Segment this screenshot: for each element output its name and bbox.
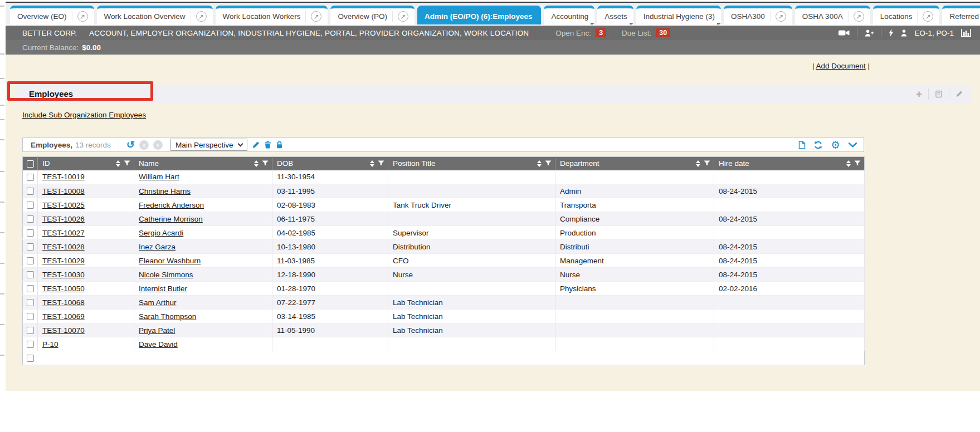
cell-id-link[interactable]: TEST-10019 — [42, 173, 85, 181]
person-icon[interactable] — [901, 30, 907, 37]
cell-id-link[interactable]: TEST-10008 — [42, 187, 85, 195]
cell-id-link[interactable]: TEST-10050 — [42, 284, 85, 293]
row-checkbox[interactable] — [27, 327, 34, 334]
tab-overview-po[interactable]: Overview (PO) ↗ — [330, 6, 415, 24]
tab-industrial-hygiene-3[interactable]: Industrial Hygiene (3) ↗ — [636, 6, 721, 24]
row-checkbox[interactable] — [27, 313, 34, 320]
col-header-department[interactable]: Department — [555, 157, 714, 170]
open-in-new-icon[interactable]: ↗ — [917, 11, 933, 22]
lightning-bolt-icon[interactable] — [889, 29, 894, 37]
row-checkbox[interactable] — [27, 174, 34, 181]
tab-accounting[interactable]: Accounting ↗ — [544, 6, 594, 24]
row-checkbox[interactable] — [27, 341, 34, 348]
filter-funnel-icon[interactable] — [704, 160, 710, 166]
due-list-badge[interactable]: 30 — [656, 28, 670, 37]
cell-id-link[interactable]: TEST-10027 — [42, 229, 85, 237]
bar-chart-icon[interactable] — [961, 29, 972, 37]
cell-id-link[interactable]: TEST-10025 — [42, 201, 85, 209]
cell-id-link[interactable]: TEST-10029 — [42, 257, 85, 265]
row-checkbox[interactable] — [27, 299, 34, 306]
cell-name-link[interactable]: William Hart — [139, 173, 179, 181]
delete-trash-icon[interactable] — [264, 141, 271, 149]
tab-work-location-overview[interactable]: Work Location Overview ↗ — [97, 6, 213, 24]
settings-gear-icon[interactable]: ⚙ — [831, 140, 840, 150]
sort-icon[interactable] — [846, 160, 851, 167]
col-header-hire-date[interactable]: Hire date — [714, 157, 865, 170]
tab-locations[interactable]: Locations ↗ — [873, 6, 940, 24]
tab-assets[interactable]: Assets ↗ — [597, 6, 633, 24]
select-all-checkbox[interactable] — [27, 160, 34, 168]
cell-id-link[interactable]: TEST-10026 — [42, 215, 85, 223]
col-header-dob[interactable]: DOB — [272, 157, 388, 170]
open-enc-badge[interactable]: 3 — [596, 28, 606, 37]
row-checkbox[interactable] — [27, 257, 34, 264]
row-checkbox[interactable] — [27, 271, 34, 278]
cell-id-link[interactable]: TEST-10030 — [42, 271, 85, 279]
cell-name-link[interactable]: Sergio Acardi — [139, 229, 183, 237]
filter-funnel-icon[interactable] — [378, 160, 384, 166]
sort-icon[interactable] — [696, 160, 700, 167]
filter-funnel-icon[interactable] — [854, 160, 861, 166]
open-in-new-icon[interactable]: ↗ — [392, 11, 408, 22]
cell-id-link[interactable]: TEST-10070 — [42, 326, 85, 335]
open-in-new-icon[interactable]: ↗ — [72, 11, 88, 22]
add-document-link[interactable]: Add Document — [816, 62, 865, 70]
edit-perspective-pencil-icon[interactable] — [252, 141, 260, 149]
row-checkbox[interactable] — [27, 285, 34, 292]
cell-name-link[interactable]: Catherine Morrison — [139, 215, 203, 223]
refresh-icon[interactable] — [814, 141, 822, 149]
col-header-name[interactable]: Name — [134, 157, 272, 170]
open-in-new-icon[interactable]: ↗ — [305, 11, 321, 22]
cell-id-link[interactable]: TEST-10068 — [42, 298, 85, 307]
collapse-chevron-icon[interactable] — [849, 143, 857, 148]
lock-icon[interactable] — [276, 141, 283, 149]
perspective-select[interactable]: Main Perspective — [170, 139, 247, 151]
edit-pencil-icon[interactable] — [949, 90, 969, 97]
next-page-icon[interactable]: › — [153, 140, 163, 150]
sort-icon[interactable] — [254, 160, 259, 167]
open-in-new-icon[interactable]: ↗ — [848, 11, 864, 22]
cell-name-link[interactable]: Christine Harris — [139, 187, 191, 195]
col-header-position-title[interactable]: Position Title — [388, 157, 555, 170]
row-checkbox[interactable] — [27, 202, 34, 209]
row-checkbox[interactable] — [27, 229, 34, 237]
cell-name-link[interactable]: Nicole Simmons — [139, 271, 193, 279]
video-camera-icon[interactable] — [838, 30, 850, 36]
filter-funnel-icon[interactable] — [545, 160, 552, 166]
cell-id-link[interactable]: P-10 — [42, 340, 58, 348]
row-checkbox[interactable] — [27, 243, 34, 251]
cell-id-link[interactable]: TEST-10028 — [42, 243, 85, 251]
cell-name-link[interactable]: Sam Arthur — [139, 298, 177, 307]
col-header-id[interactable]: ID — [38, 157, 134, 170]
tab-osha-300a[interactable]: OSHA 300A ↗ — [795, 6, 870, 24]
row-checkbox[interactable] — [27, 188, 34, 195]
cell-name-link[interactable]: Priya Patel — [139, 326, 175, 335]
row-checkbox[interactable] — [27, 215, 34, 223]
undo-icon[interactable]: ↺ — [126, 140, 135, 150]
tab-work-location-workers[interactable]: Work Location Workers ↗ — [216, 6, 328, 24]
filter-funnel-icon[interactable] — [124, 160, 130, 166]
sort-icon[interactable] — [116, 160, 120, 167]
tab-admin-eo-po-6-employees[interactable]: Admin (EO/PO) (6):Employees ↗ — [417, 6, 542, 24]
open-in-new-icon[interactable]: ↗ — [191, 11, 207, 22]
cell-name-link[interactable]: Sarah Thompson — [139, 312, 196, 321]
filter-funnel-icon[interactable] — [262, 160, 269, 166]
cell-name-link[interactable]: Dave David — [139, 340, 178, 348]
tab-osha300[interactable]: OSHA300 ↗ — [724, 6, 792, 24]
prev-page-icon[interactable]: ‹ — [139, 140, 149, 150]
sort-icon[interactable] — [537, 160, 542, 167]
cell-id-link[interactable]: TEST-10069 — [42, 312, 85, 321]
add-record-icon[interactable]: + — [910, 89, 928, 99]
tab-referred-orders[interactable]: Referred Orders ↗ — [942, 6, 980, 24]
cell-name-link[interactable]: Inez Garza — [139, 243, 175, 251]
add-person-icon[interactable] — [865, 30, 874, 37]
book-icon[interactable] — [929, 90, 949, 98]
cell-name-link[interactable]: Internist Butler — [139, 284, 187, 293]
tab-overview-eo[interactable]: Overview (EO) ↗ — [10, 6, 94, 24]
cell-name-link[interactable]: Frederick Anderson — [139, 201, 204, 209]
open-in-new-icon[interactable]: ↗ — [770, 11, 786, 22]
cell-name-link[interactable]: Eleanor Washburn — [139, 257, 201, 265]
row-checkbox[interactable] — [27, 355, 34, 362]
sort-icon[interactable] — [370, 160, 374, 167]
include-sub-org-link[interactable]: Include Sub Organization Employees — [22, 111, 146, 119]
